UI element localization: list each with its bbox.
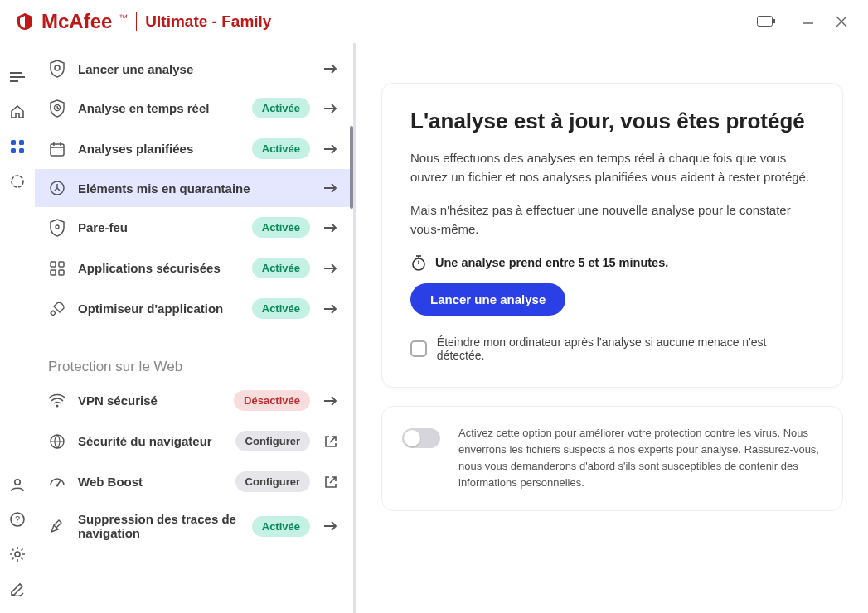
toggle-switch[interactable]	[402, 428, 440, 448]
gear-icon[interactable]	[8, 545, 27, 563]
sidebar-item-label: Analyses planifiées	[78, 142, 240, 156]
section-web-protection: Protection sur le Web	[35, 329, 353, 380]
card-para-2: Mais n'hésitez pas à effectuer une nouve…	[410, 201, 814, 239]
svg-rect-11	[19, 148, 24, 153]
svg-point-13	[15, 480, 20, 485]
main-content: L'analyse est à jour, vous êtes protégé …	[356, 43, 868, 613]
battery-icon	[757, 16, 775, 27]
sidebar-item-launch-scan[interactable]: Lancer une analyse	[35, 50, 353, 88]
arrow-right-icon	[322, 60, 340, 78]
sidebar-item-secure-apps[interactable]: Applications sécurisées Activée	[35, 248, 353, 288]
grid-icon[interactable]	[8, 138, 27, 156]
titlebar: McAfee ™ Ultimate - Family	[0, 0, 868, 43]
sidebar-item-label: Eléments mis en quarantaine	[78, 181, 310, 195]
hint-text: Une analyse prend entre 5 et 15 minutes.	[435, 256, 668, 269]
sidebar-item-firewall[interactable]: Pare-feu Activée	[35, 207, 353, 248]
globe-shield-icon	[48, 432, 66, 451]
wifi-lock-icon	[48, 392, 66, 410]
arrow-right-icon	[322, 140, 340, 158]
arrow-right-icon	[322, 219, 340, 237]
sidebar-item-label: VPN sécurisé	[78, 393, 222, 408]
rocket-icon	[48, 300, 66, 318]
status-badge: Activée	[252, 217, 310, 238]
shutdown-after-scan-row[interactable]: Éteindre mon ordinateur après l'analyse …	[410, 335, 814, 362]
arrow-right-icon	[322, 259, 340, 278]
user-icon[interactable]	[8, 475, 27, 494]
edit-icon[interactable]	[8, 580, 27, 598]
sidebar-item-realtime[interactable]: Analyse en temps réel Activée	[35, 88, 353, 128]
gauge-icon	[48, 473, 66, 491]
svg-point-24	[56, 225, 59, 229]
svg-rect-27	[51, 270, 56, 275]
sidebar-item-label: Optimiseur d'application	[78, 302, 240, 316]
arrow-right-icon	[322, 99, 340, 118]
svg-point-16	[15, 552, 20, 557]
close-button[interactable]	[825, 5, 858, 38]
svg-point-32	[56, 484, 59, 486]
brand: McAfee ™	[15, 10, 128, 33]
sidebar-item-scheduled[interactable]: Analyses planifiées Activée	[35, 128, 353, 169]
arrow-right-icon	[322, 300, 340, 318]
svg-rect-19	[51, 144, 64, 156]
submit-samples-text: Activez cette option pour améliorer votr…	[458, 425, 822, 492]
arrow-right-icon	[322, 517, 340, 535]
arrow-right-icon	[322, 392, 340, 410]
sidebar-item-label: Lancer une analyse	[78, 62, 310, 76]
svg-point-29	[56, 404, 59, 407]
svg-rect-9	[19, 140, 24, 145]
sidebar-item-quarantine[interactable]: Eléments mis en quarantaine	[35, 169, 353, 207]
external-link-icon	[322, 473, 340, 491]
status-badge: Activée	[252, 516, 310, 537]
product-name: Ultimate - Family	[145, 12, 271, 31]
sidebar-item-label: Suppression des traces de navigation	[78, 512, 240, 540]
sidebar-item-tracker-remover[interactable]: Suppression des traces de navigation Act…	[35, 502, 353, 550]
status-badge: Activée	[252, 138, 310, 159]
circle-icon[interactable]	[8, 172, 27, 191]
svg-rect-10	[11, 148, 16, 153]
menu-icon[interactable]	[8, 68, 27, 86]
scan-status-card: L'analyse est à jour, vous êtes protégé …	[381, 83, 843, 388]
brand-divider	[136, 12, 137, 31]
card-para-1: Nous effectuons des analyses en temps ré…	[410, 149, 814, 186]
sidebar-item-vpn[interactable]: VPN sécurisé Désactivée	[35, 380, 353, 421]
status-badge: Activée	[252, 258, 310, 278]
status-badge: Activée	[252, 298, 310, 319]
svg-point-17	[55, 65, 60, 70]
sidebar-item-label: Sécurité du navigateur	[78, 434, 224, 448]
shield-clock-icon	[48, 99, 66, 118]
status-badge: Activée	[252, 98, 310, 118]
submit-samples-card: Activez cette option pour améliorer votr…	[381, 406, 843, 511]
svg-rect-25	[51, 262, 56, 267]
arrow-right-icon	[322, 179, 340, 197]
svg-rect-1	[773, 19, 775, 23]
svg-rect-28	[59, 270, 64, 275]
sidebar-item-browser-security[interactable]: Sécurité du navigateur Configurer	[35, 421, 353, 461]
nav-rail: ?	[0, 43, 35, 613]
checkbox-icon[interactable]	[410, 340, 427, 357]
scan-duration-hint: Une analyse prend entre 5 et 15 minutes.	[410, 253, 814, 272]
sidebar: Lancer une analyse Analyse en temps réel…	[35, 43, 356, 613]
quarantine-icon	[48, 179, 66, 197]
launch-scan-button[interactable]: Lancer une analyse	[410, 283, 565, 316]
svg-rect-0	[758, 17, 773, 27]
status-badge: Désactivée	[234, 390, 310, 411]
home-icon[interactable]	[8, 103, 27, 121]
sidebar-item-label: Applications sécurisées	[78, 261, 240, 275]
help-icon[interactable]: ?	[8, 510, 27, 529]
sidebar-item-label: Pare-feu	[78, 220, 240, 234]
apps-icon	[48, 259, 66, 278]
svg-rect-26	[59, 262, 64, 267]
sidebar-item-optimizer[interactable]: Optimiseur d'application Activée	[35, 288, 353, 329]
broom-icon	[48, 517, 66, 535]
external-link-icon	[322, 432, 340, 451]
sidebar-item-web-boost[interactable]: Web Boost Configurer	[35, 461, 353, 502]
status-badge: Configurer	[235, 431, 310, 451]
calendar-icon	[48, 140, 66, 158]
minimize-button[interactable]	[792, 5, 825, 38]
mcafee-logo-icon	[15, 12, 35, 31]
sidebar-item-label: Analyse en temps réel	[78, 101, 240, 115]
sidebar-item-label: Web Boost	[78, 475, 224, 489]
stopwatch-icon	[410, 253, 427, 272]
checkbox-label: Éteindre mon ordinateur après l'analyse …	[437, 335, 814, 362]
status-badge: Configurer	[235, 471, 310, 492]
